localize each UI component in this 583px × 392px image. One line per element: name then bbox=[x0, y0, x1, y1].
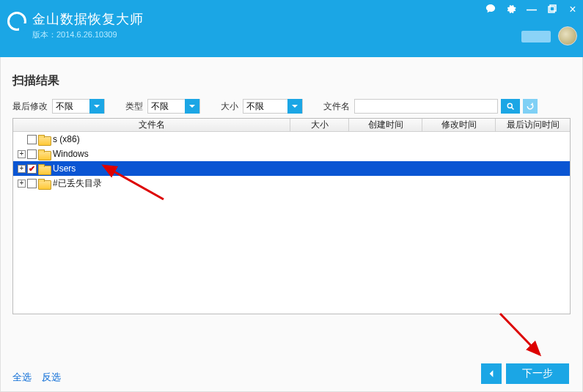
svg-line-4 bbox=[103, 166, 164, 199]
app-version: 版本：2014.6.26.10309 bbox=[32, 29, 117, 40]
user-avatar[interactable] bbox=[558, 26, 577, 45]
folder-icon bbox=[38, 135, 50, 144]
svg-rect-0 bbox=[549, 7, 554, 12]
file-name: Users bbox=[53, 163, 76, 174]
filter-lastmod-value[interactable] bbox=[53, 100, 89, 113]
tree-row[interactable]: s (x86) bbox=[13, 132, 570, 147]
search-button[interactable] bbox=[501, 99, 520, 114]
grid-header: 文件名 大小 创建时间 修改时间 最后访问时间 bbox=[13, 119, 570, 132]
results-grid: 文件名 大小 创建时间 修改时间 最后访问时间 s (x86)+Windows+… bbox=[12, 118, 571, 314]
footer-links: 全选 反选 bbox=[12, 371, 61, 384]
filter-size-label: 大小 bbox=[221, 100, 238, 113]
filter-bar: 最后修改 类型 大小 文件名 bbox=[12, 99, 571, 114]
expand-toggle[interactable]: + bbox=[18, 150, 26, 158]
tree-row[interactable]: +Users bbox=[13, 161, 570, 176]
main-content: 扫描结果 最后修改 类型 大小 文件名 文件名 大小 bbox=[0, 57, 583, 392]
filter-size-value[interactable] bbox=[243, 100, 287, 113]
svg-line-3 bbox=[512, 108, 514, 110]
filter-name-input[interactable] bbox=[354, 99, 498, 114]
close-button[interactable]: × bbox=[567, 3, 579, 16]
minimize-button[interactable]: — bbox=[526, 4, 538, 15]
invert-selection-link[interactable]: 反选 bbox=[42, 371, 61, 384]
filter-name-label: 文件名 bbox=[323, 100, 350, 113]
tree-row[interactable]: +#已丢失目录 bbox=[13, 176, 570, 191]
expand-toggle[interactable]: + bbox=[18, 165, 26, 173]
file-tree: s (x86)+Windows+Users+#已丢失目录 bbox=[13, 132, 570, 191]
col-size[interactable]: 大小 bbox=[290, 119, 349, 131]
next-button[interactable]: 下一步 bbox=[506, 363, 569, 384]
back-button[interactable] bbox=[481, 363, 502, 384]
folder-icon bbox=[38, 164, 50, 174]
section-title: 扫描结果 bbox=[12, 73, 571, 89]
col-ctime[interactable]: 创建时间 bbox=[349, 119, 422, 131]
titlebar: 金山数据恢复大师 版本：2014.6.26.10309 — × bbox=[0, 0, 583, 57]
svg-line-5 bbox=[500, 314, 540, 355]
folder-icon bbox=[38, 179, 50, 188]
filter-type-value[interactable] bbox=[148, 100, 185, 113]
refresh-icon bbox=[526, 102, 535, 111]
folder-icon bbox=[38, 149, 50, 159]
svg-point-2 bbox=[507, 103, 512, 108]
file-name: #已丢失目录 bbox=[53, 177, 102, 190]
select-all-link[interactable]: 全选 bbox=[12, 371, 32, 384]
col-mtime[interactable]: 修改时间 bbox=[422, 119, 496, 131]
file-name: Windows bbox=[53, 149, 89, 159]
row-checkbox[interactable] bbox=[27, 135, 37, 144]
filter-type-select[interactable] bbox=[147, 99, 200, 114]
col-filename[interactable]: 文件名 bbox=[13, 119, 290, 131]
settings-icon[interactable] bbox=[505, 4, 517, 16]
row-checkbox[interactable] bbox=[27, 149, 37, 159]
app-logo-icon bbox=[7, 12, 26, 31]
tree-row[interactable]: +Windows bbox=[13, 147, 570, 161]
filter-lastmod-select[interactable] bbox=[52, 99, 105, 114]
expand-toggle[interactable] bbox=[18, 136, 26, 144]
chevron-down-icon[interactable] bbox=[89, 99, 104, 114]
app-title: 金山数据恢复大师 bbox=[32, 10, 144, 28]
file-name: s (x86) bbox=[53, 134, 80, 144]
refresh-button[interactable] bbox=[523, 99, 538, 114]
restore-button[interactable] bbox=[546, 4, 558, 15]
search-icon bbox=[506, 102, 515, 111]
chevron-down-icon[interactable] bbox=[287, 99, 302, 114]
filter-type-label: 类型 bbox=[125, 100, 143, 113]
filter-size-select[interactable] bbox=[243, 99, 303, 114]
annotation-arrow-icon bbox=[494, 311, 553, 362]
svg-rect-1 bbox=[550, 5, 556, 11]
feedback-icon[interactable] bbox=[485, 4, 496, 16]
chevron-left-icon bbox=[487, 369, 496, 378]
col-atime[interactable]: 最后访问时间 bbox=[496, 119, 570, 131]
chevron-down-icon[interactable] bbox=[185, 99, 199, 114]
row-checkbox[interactable] bbox=[27, 179, 37, 188]
row-checkbox[interactable] bbox=[27, 164, 37, 174]
vip-badge[interactable] bbox=[521, 31, 551, 42]
annotation-arrow-icon bbox=[98, 163, 171, 207]
filter-lastmod-label: 最后修改 bbox=[12, 100, 48, 113]
expand-toggle[interactable]: + bbox=[18, 180, 26, 188]
nav-buttons: 下一步 bbox=[481, 363, 569, 384]
system-buttons: — × bbox=[485, 3, 579, 16]
